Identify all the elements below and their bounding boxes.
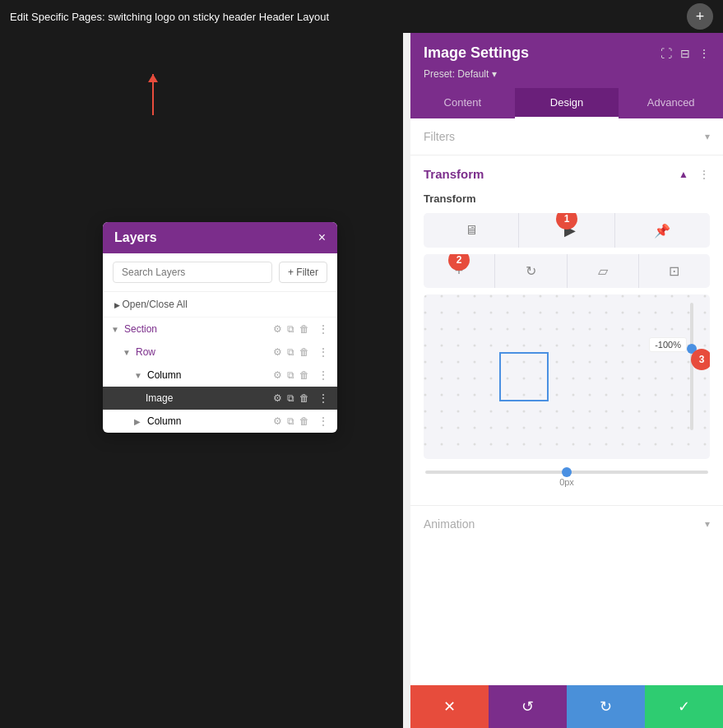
trash-icon[interactable]: 🗑	[299, 415, 309, 427]
layer-toggle-icon: ▼	[123, 348, 131, 356]
transform-plus-btn[interactable]: 2 +	[424, 254, 494, 288]
transform-canvas[interactable]: -100% 3	[424, 294, 710, 459]
transform-row-1: 🖥 1 ▶ 📌	[424, 213, 710, 248]
transform-scale-btn[interactable]: ⊡	[639, 254, 710, 288]
more-icon[interactable]: ⋮	[317, 322, 329, 336]
undo-icon: ↺	[521, 698, 534, 716]
settings-panel: Image Settings ⛶ ⊟ ⋮ Preset: Default Con…	[410, 33, 723, 728]
layer-item-column2[interactable]: ▶ Column ⚙ ⧉ 🗑 ⋮	[103, 410, 337, 433]
settings-header-icons: ⛶ ⊟ ⋮	[660, 47, 710, 60]
redo-icon: ↻	[600, 698, 612, 716]
transform-skew-btn[interactable]: ▱	[568, 254, 639, 288]
transform-section-title: Transform	[424, 167, 484, 181]
h-slider-thumb[interactable]	[562, 467, 572, 477]
duplicate-icon[interactable]: ⧉	[287, 369, 294, 381]
transform-arrow-btn[interactable]: 1 ▶	[518, 213, 614, 248]
layer-name-column1: Column	[147, 369, 270, 381]
layer-item-column1[interactable]: ▼ Column ⚙ ⧉ 🗑 ⋮	[103, 364, 337, 387]
transform-pin-btn[interactable]: 📌	[615, 213, 710, 248]
add-button[interactable]: +	[687, 3, 713, 30]
transform-section-controls: ▲ ⋮	[679, 168, 710, 181]
more-icon[interactable]: ⋮	[317, 345, 329, 359]
filter-button[interactable]: + Filter	[279, 262, 327, 283]
preset-selector[interactable]: Preset: Default	[424, 68, 710, 80]
trash-icon[interactable]: 🗑	[299, 346, 309, 358]
settings-tabs: Content Design Advanced	[410, 88, 723, 118]
layer-name-row: Row	[136, 346, 270, 358]
svg-rect-1	[424, 294, 710, 459]
tab-content[interactable]: Content	[410, 88, 515, 118]
trash-icon[interactable]: 🗑	[299, 369, 309, 381]
animation-chevron-icon: ▾	[705, 518, 710, 530]
layer-icons-col2: ⚙ ⧉ 🗑 ⋮	[273, 415, 329, 428]
fullscreen-icon[interactable]: ⛶	[660, 47, 672, 60]
more-icon[interactable]: ⋮	[317, 415, 329, 428]
badge-3: 3	[691, 349, 710, 370]
cancel-button[interactable]: ✕	[410, 685, 489, 728]
cancel-icon: ✕	[443, 698, 456, 716]
open-close-all[interactable]: Open/Close All	[103, 292, 337, 318]
layer-item-section[interactable]: ▼ Section ⚙ ⧉ 🗑 ⋮	[103, 318, 337, 341]
layer-item-row[interactable]: ▼ Row ⚙ ⧉ 🗑 ⋮	[103, 341, 337, 364]
gear-icon[interactable]: ⚙	[273, 346, 282, 358]
duplicate-icon[interactable]: ⧉	[287, 392, 294, 404]
skew-icon: ▱	[598, 263, 608, 279]
pin-icon: 📌	[654, 223, 670, 239]
layer-name-image: Image	[146, 392, 270, 404]
layers-close-button[interactable]: ×	[318, 231, 326, 244]
h-slider-value: 0px	[424, 477, 710, 487]
layer-toggle-icon: ▼	[111, 325, 119, 333]
tab-design[interactable]: Design	[515, 88, 619, 118]
layers-panel: Layers × + Filter Open/Close All ▼ Secti…	[103, 222, 337, 433]
more-icon[interactable]: ⋮	[317, 392, 329, 405]
layers-search-input[interactable]	[113, 262, 272, 283]
layer-icons-row: ⚙ ⧉ 🗑 ⋮	[273, 345, 329, 359]
monitor-icon: 🖥	[465, 223, 478, 238]
h-slider-wrap[interactable]: 0px	[424, 466, 710, 492]
page-title: Edit Specific Pages: switching logo on s…	[10, 11, 329, 23]
trash-icon[interactable]: 🗑	[299, 392, 309, 404]
layer-icons-col1: ⚙ ⧉ 🗑 ⋮	[273, 369, 329, 382]
rotate-icon: ↻	[526, 263, 536, 279]
layer-item-image[interactable]: Image ⚙ ⧉ 🗑 ⋮	[103, 387, 337, 410]
layer-name-column2: Column	[147, 415, 270, 427]
gear-icon[interactable]: ⚙	[273, 415, 282, 427]
arrow-head-icon	[148, 74, 158, 82]
scale-icon: ⊡	[669, 263, 679, 279]
layer-icons-section: ⚙ ⧉ 🗑 ⋮	[273, 322, 329, 336]
gear-icon[interactable]: ⚙	[273, 369, 282, 381]
transform-more-icon[interactable]: ⋮	[698, 168, 710, 181]
settings-title-row: Image Settings ⛶ ⊟ ⋮	[424, 44, 710, 62]
split-icon[interactable]: ⊟	[680, 47, 690, 60]
transform-label: Transform	[424, 192, 710, 205]
filters-label: Filters	[424, 130, 455, 143]
filters-chevron-icon: ▾	[705, 131, 710, 142]
tab-advanced[interactable]: Advanced	[619, 88, 723, 118]
trash-icon[interactable]: 🗑	[299, 323, 309, 335]
more-options-icon[interactable]: ⋮	[698, 47, 710, 60]
filters-section-header[interactable]: Filters ▾	[410, 118, 723, 155]
layer-toggle-icon: ▼	[134, 371, 142, 379]
settings-header: Image Settings ⛶ ⊟ ⋮ Preset: Default	[410, 33, 723, 88]
gear-icon[interactable]: ⚙	[273, 323, 282, 335]
transform-rotate-btn[interactable]: ↻	[494, 254, 567, 288]
transform-monitor-btn[interactable]: 🖥	[424, 213, 518, 248]
h-slider-track[interactable]	[425, 471, 708, 474]
duplicate-icon[interactable]: ⧉	[287, 323, 294, 335]
save-button[interactable]: ✓	[645, 685, 723, 728]
layer-toggle-icon: ▶	[134, 417, 142, 425]
transform-chevron-icon[interactable]: ▲	[679, 169, 688, 180]
settings-body: Filters ▾ Transform ▲ ⋮ Transform 🖥 1 ▶	[410, 118, 723, 728]
undo-button[interactable]: ↺	[489, 685, 567, 728]
gear-icon[interactable]: ⚙	[273, 392, 282, 404]
duplicate-icon[interactable]: ⧉	[287, 346, 294, 358]
animation-section-header[interactable]: Animation ▾	[410, 505, 723, 542]
canvas-object-square	[499, 352, 549, 401]
layers-header: Layers ×	[103, 222, 337, 253]
top-bar: Edit Specific Pages: switching logo on s…	[0, 0, 723, 33]
settings-title: Image Settings	[424, 44, 529, 62]
more-icon[interactable]: ⋮	[317, 369, 329, 382]
duplicate-icon[interactable]: ⧉	[287, 415, 294, 427]
redo-button[interactable]: ↻	[567, 685, 645, 728]
layers-search-row: + Filter	[103, 253, 337, 292]
